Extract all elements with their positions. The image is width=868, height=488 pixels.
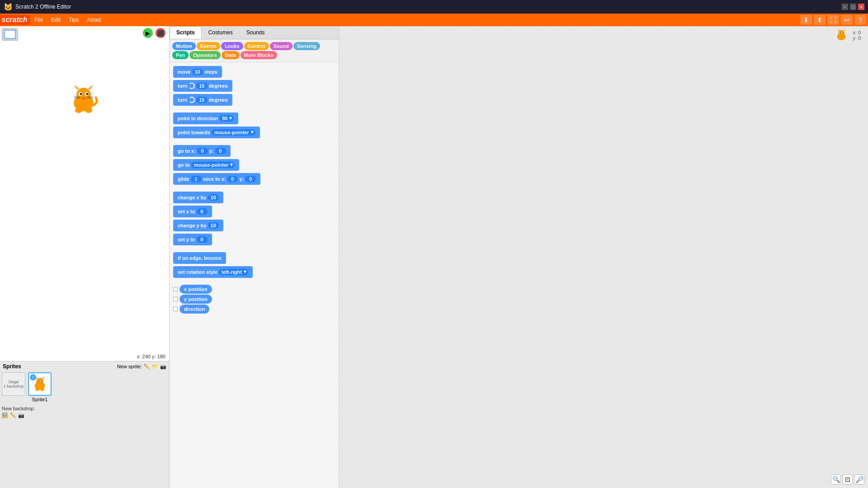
- menu-tips[interactable]: Tips: [65, 16, 82, 24]
- block-edge-bounce[interactable]: if on edge, bounce: [173, 252, 335, 265]
- sprite-info-badge[interactable]: i: [30, 374, 36, 380]
- block-direction[interactable]: direction: [179, 305, 209, 314]
- block-set-y-inner[interactable]: set y to 0: [173, 234, 212, 245]
- tab-scripts[interactable]: Scripts: [170, 26, 202, 39]
- stage-item[interactable]: Stage1 backdrop: [2, 372, 25, 402]
- block-goto-x-value[interactable]: 0: [197, 148, 208, 154]
- backdrop-paint-icon[interactable]: 🖼️: [2, 413, 8, 418]
- backdrop-camera-icon[interactable]: 📷: [18, 413, 24, 418]
- block-change-y-inner[interactable]: change y by 10: [173, 220, 223, 231]
- svg-point-36: [838, 30, 844, 37]
- block-glide-secs[interactable]: 1: [191, 176, 202, 182]
- block-point-towards-value[interactable]: mouse-pointer: [212, 129, 255, 136]
- maximize-button[interactable]: □: [850, 4, 856, 10]
- close-button[interactable]: ×: [858, 4, 864, 10]
- block-set-y[interactable]: set y to 0: [173, 234, 335, 247]
- x-position-checkbox[interactable]: [173, 287, 178, 291]
- block-x-position[interactable]: x position: [179, 285, 212, 294]
- new-sprite-camera-icon[interactable]: 📷: [160, 364, 166, 370]
- block-change-x[interactable]: change x by 10: [173, 192, 335, 205]
- cat-events-button[interactable]: Events: [197, 42, 220, 50]
- block-glide-inner[interactable]: glide 1 secs to x: 0 y: 0: [173, 173, 260, 185]
- block-change-x-inner[interactable]: change x by 10: [173, 192, 223, 203]
- sprite1-item[interactable]: i: [28, 372, 52, 402]
- block-move-inner[interactable]: move 10 steps: [173, 66, 222, 78]
- zoom-out-button[interactable]: 🔍: [831, 474, 841, 484]
- block-move-value[interactable]: 10: [192, 69, 203, 75]
- block-goto-y-value[interactable]: 0: [215, 148, 226, 154]
- zoom-fit-button[interactable]: ⊡: [843, 474, 853, 484]
- block-turn-left[interactable]: turn 15 degrees: [173, 80, 335, 93]
- cat-sprite[interactable]: [68, 85, 99, 116]
- cat-pen-button[interactable]: Pen: [172, 51, 189, 59]
- block-move[interactable]: move 10 steps: [173, 66, 335, 79]
- svg-point-23: [36, 378, 43, 385]
- block-y-position[interactable]: y position: [179, 295, 212, 304]
- block-turn-left-suffix: degrees: [209, 83, 228, 89]
- block-set-x-value[interactable]: 0: [197, 208, 208, 215]
- block-glide-x[interactable]: 0: [227, 176, 238, 182]
- main-layout: ▶ ⬛: [0, 26, 868, 488]
- toolbar-undo-icon[interactable]: ↩: [841, 15, 853, 25]
- block-edge-bounce-inner[interactable]: if on edge, bounce: [173, 252, 226, 264]
- cat-control-button[interactable]: Control: [244, 42, 269, 50]
- block-point-towards-inner[interactable]: point towards mouse-pointer: [173, 127, 260, 138]
- block-point-direction[interactable]: point in direction 90: [173, 113, 335, 126]
- toolbar-fullscreen-icon[interactable]: ⛶: [827, 15, 839, 25]
- menu-about[interactable]: About: [83, 16, 104, 24]
- sprites-title: Sprites: [3, 363, 21, 370]
- block-rotation-style-value[interactable]: left-right: [219, 269, 248, 275]
- block-turn-left-value[interactable]: 15: [196, 83, 207, 89]
- block-point-dir-value[interactable]: 90: [219, 115, 234, 122]
- toolbar-upload-icon[interactable]: ⬆: [814, 15, 826, 25]
- block-change-y[interactable]: change y by 10: [173, 220, 335, 233]
- block-goto[interactable]: go to mouse-pointer: [173, 159, 335, 172]
- tab-sounds[interactable]: Sounds: [240, 26, 272, 39]
- menu-edit[interactable]: Edit: [47, 16, 64, 24]
- block-goto-inner[interactable]: go to mouse-pointer: [173, 159, 239, 171]
- toolbar-help-icon[interactable]: ?: [854, 15, 866, 25]
- block-rotation-style[interactable]: set rotation style left-right: [173, 266, 335, 279]
- block-goto-value[interactable]: mouse-pointer: [191, 162, 235, 168]
- titlebar-right: − □ ×: [842, 4, 864, 10]
- left-panel: ▶ ⬛: [0, 26, 170, 488]
- cat-operators-button[interactable]: Operators: [189, 51, 221, 59]
- zoom-in-button[interactable]: 🔎: [854, 474, 864, 484]
- toolbar-save-icon[interactable]: ⬇: [800, 15, 812, 25]
- cat-motion-button[interactable]: Motion: [172, 42, 196, 50]
- cat-looks-button[interactable]: Looks: [221, 42, 243, 50]
- block-rotation-style-inner[interactable]: set rotation style left-right: [173, 266, 253, 278]
- block-goto-xy-inner[interactable]: go to x: 0 y: 0: [173, 145, 231, 157]
- turn-right-icon: [189, 97, 195, 103]
- block-turn-right[interactable]: turn 15 degrees: [173, 94, 335, 107]
- block-set-y-value[interactable]: 0: [197, 236, 208, 243]
- cat-data-button[interactable]: Data: [222, 51, 240, 59]
- new-sprite-folder-icon[interactable]: 📁: [152, 364, 158, 370]
- block-turn-right-value[interactable]: 15: [196, 97, 207, 103]
- block-glide-y[interactable]: 0: [245, 176, 256, 182]
- block-turn-right-inner[interactable]: turn 15 degrees: [173, 94, 232, 106]
- block-set-x[interactable]: set x to 0: [173, 206, 335, 219]
- cat-sensing-button[interactable]: Sensing: [293, 42, 320, 50]
- stop-button[interactable]: ⬛: [156, 28, 165, 38]
- block-point-towards[interactable]: point towards mouse-pointer: [173, 127, 335, 140]
- menu-file[interactable]: File: [31, 16, 47, 24]
- block-change-y-value[interactable]: 10: [208, 222, 219, 229]
- direction-checkbox[interactable]: [173, 307, 178, 311]
- cat-more-button[interactable]: More Blocks: [241, 51, 277, 59]
- block-turn-left-inner[interactable]: turn 15 degrees: [173, 80, 232, 92]
- new-sprite-paint-icon[interactable]: ✏️: [144, 364, 150, 370]
- titlebar-left: 🐱 Scratch 2 Offline Editor: [4, 3, 71, 11]
- cat-sound-button[interactable]: Sound: [270, 42, 292, 50]
- green-flag-button[interactable]: ▶: [143, 28, 153, 38]
- minimize-button[interactable]: −: [842, 4, 848, 10]
- block-set-x-inner[interactable]: set x to 0: [173, 206, 212, 217]
- block-point-direction-inner[interactable]: point in direction 90: [173, 113, 238, 124]
- scripting-area[interactable]: x: 0 y: 0 🔍 ⊡ 🔎: [339, 26, 868, 488]
- backdrop-folder-icon[interactable]: ✏️: [10, 413, 16, 418]
- block-change-x-value[interactable]: 10: [208, 194, 219, 201]
- block-glide[interactable]: glide 1 secs to x: 0 y: 0: [173, 173, 335, 186]
- tab-costumes[interactable]: Costumes: [202, 26, 240, 39]
- y-position-checkbox[interactable]: [173, 297, 178, 301]
- block-goto-xy[interactable]: go to x: 0 y: 0: [173, 145, 335, 158]
